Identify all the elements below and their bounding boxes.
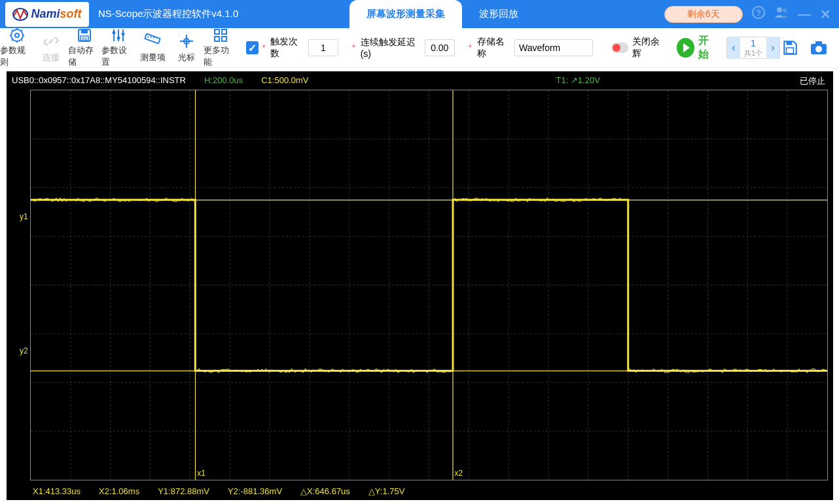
- link-icon: [43, 32, 59, 50]
- crosshair-icon: [179, 32, 194, 50]
- tool-more[interactable]: 更多功能: [204, 29, 238, 66]
- trigger-count-label: 触发次数: [270, 36, 304, 60]
- titlebar: Namisoft NS-Scope示波器程控软件v4.1.0 屏幕波形测量采集 …: [0, 0, 839, 28]
- storage-name-input[interactable]: [514, 39, 593, 56]
- titlebar-right: 剩余6天 ? — ✕: [664, 6, 839, 23]
- pager-current: 1: [740, 39, 766, 48]
- storage-name-label: 存储名称: [477, 36, 510, 60]
- scope-info-top: USB0::0x0957::0x17A8::MY54100594::INSTR …: [12, 75, 828, 85]
- trigger-count-checkbox[interactable]: ✓: [246, 41, 258, 54]
- svg-point-10: [113, 31, 116, 35]
- svg-text:?: ?: [756, 8, 761, 18]
- persistence-toggle[interactable]: [611, 43, 628, 53]
- ruler-icon: [144, 32, 161, 50]
- readout-x1: X1:413.33us: [33, 486, 80, 496]
- trigger-count-input[interactable]: [308, 39, 338, 56]
- pager-total: 共1个: [740, 49, 766, 57]
- sliders-icon: [111, 27, 126, 43]
- readout-dy: △Y:1.75V: [368, 486, 405, 496]
- scope-status: 已停止: [800, 75, 825, 87]
- autosave-icon: [77, 27, 92, 43]
- readout-y2: Y2:-881.36mV: [228, 486, 282, 496]
- svg-rect-15: [215, 29, 219, 34]
- trial-button[interactable]: 剩余6天: [664, 6, 743, 23]
- required-star: *: [352, 43, 355, 52]
- persistence-label: 关闭余辉: [632, 36, 666, 60]
- svg-rect-18: [222, 37, 226, 41]
- tool-connect[interactable]: 连接: [34, 29, 68, 66]
- grid-icon: [213, 27, 228, 43]
- tab-capture[interactable]: 屏幕波形测量采集: [349, 0, 462, 28]
- close-icon[interactable]: ✕: [820, 7, 831, 22]
- toolbar: 参数规则 连接 自动存储 参数设置 测量项 光标 更多功能: [0, 28, 839, 68]
- user-icon[interactable]: [774, 6, 789, 22]
- svg-point-6: [15, 33, 19, 37]
- toolbar-right: [780, 38, 839, 58]
- save-button[interactable]: [780, 38, 800, 58]
- logo: Namisoft: [5, 2, 89, 27]
- tool-param-settings[interactable]: 参数设置: [101, 29, 135, 66]
- svg-rect-20: [787, 48, 794, 54]
- pager: ‹ 1 共1个 ›: [726, 37, 780, 59]
- app-title: NS-Scope示波器程控软件v4.1.0: [98, 8, 238, 20]
- oscilloscope-display: USB0::0x0957::0x17A8::MY54100594::INSTR …: [7, 71, 833, 500]
- pager-prev[interactable]: ‹: [727, 37, 740, 59]
- pager-next[interactable]: ›: [766, 37, 779, 59]
- scope-readouts: X1:413.33us X2:1.06ms Y1:872.88mV Y2:-88…: [33, 486, 404, 496]
- required-star: *: [262, 43, 266, 52]
- tool-params-rule[interactable]: 参数规则: [0, 29, 34, 66]
- tabs: 屏幕波形测量采集 波形回放: [349, 0, 535, 28]
- channel1-scale: C1:500.0mV: [261, 75, 308, 85]
- y1-cursor-label: y1: [20, 212, 28, 221]
- readout-dx: △X:646.67us: [300, 486, 350, 496]
- help-icon[interactable]: ?: [752, 6, 765, 22]
- svg-point-4: [783, 9, 787, 12]
- svg-point-11: [117, 37, 120, 40]
- x2-cursor-label: x2: [454, 469, 463, 478]
- trigger-info: T1: ↗1.20V: [556, 75, 599, 85]
- svg-rect-19: [787, 41, 793, 45]
- device-string: USB0::0x0957::0x17A8::MY54100594::INSTR: [12, 75, 186, 85]
- tool-cursor[interactable]: 光标: [170, 29, 204, 66]
- svg-rect-16: [222, 29, 226, 34]
- start-label: 开始: [698, 34, 717, 62]
- tab-playback[interactable]: 波形回放: [462, 0, 535, 28]
- readout-y1: Y1:872.88mV: [158, 486, 209, 496]
- minimize-icon[interactable]: —: [798, 7, 811, 22]
- logo-mark-icon: [12, 8, 28, 21]
- play-icon: [677, 38, 694, 58]
- logo-text-2: soft: [60, 7, 82, 21]
- svg-point-23: [815, 46, 822, 52]
- readout-x2: X2:1.06ms: [99, 486, 139, 496]
- svg-rect-13: [145, 33, 160, 43]
- gear-icon: [9, 27, 25, 43]
- svg-point-12: [122, 33, 125, 36]
- svg-rect-8: [81, 29, 88, 33]
- cont-delay-input[interactable]: [425, 39, 455, 56]
- start-button[interactable]: 开始: [677, 34, 717, 62]
- toolbar-center: ✓ * 触发次数 * 连续触发延迟(s) * 存储名称 关闭余辉 开始 ‹ 1 …: [246, 34, 780, 62]
- x1-cursor-label: x1: [197, 469, 205, 478]
- logo-text-1: Nami: [31, 7, 60, 21]
- required-star: *: [469, 43, 472, 52]
- horizontal-scale: H:200.0us: [204, 75, 243, 85]
- svg-rect-22: [815, 41, 822, 45]
- y2-cursor-label: y2: [20, 346, 28, 355]
- pager-body: 1 共1个: [740, 39, 766, 56]
- svg-point-3: [777, 7, 782, 12]
- tool-autosave[interactable]: 自动存储: [68, 29, 102, 66]
- tool-measure[interactable]: 测量项: [135, 29, 170, 66]
- screenshot-button[interactable]: [809, 38, 829, 58]
- waveform-plot[interactable]: [30, 90, 828, 480]
- cont-delay-label: 连续触发延迟(s): [361, 37, 421, 59]
- svg-rect-17: [215, 37, 219, 41]
